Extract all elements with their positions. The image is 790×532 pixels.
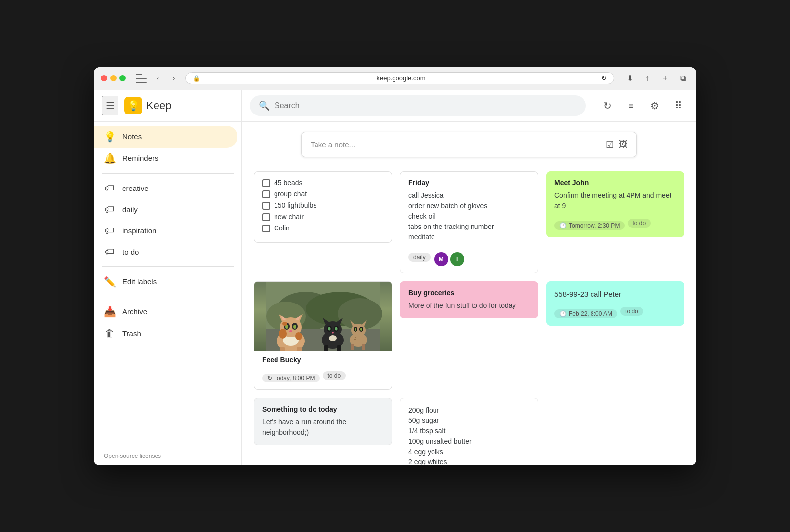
nav-buttons: ‹ ›	[152, 72, 180, 85]
list-item: group chat	[262, 190, 384, 198]
sidebar-item-archive[interactable]: 📥 Archive	[94, 301, 237, 323]
checklist: 45 beads group chat 150 lightbulbs	[262, 179, 384, 232]
sidebar-item-daily[interactable]: 🏷 daily	[94, 199, 237, 220]
checkbox[interactable]	[262, 213, 270, 221]
note-card-recipe[interactable]: 200g flour 50g sugar 1/4 tbsp salt 100g …	[400, 398, 538, 465]
checkbox[interactable]	[262, 202, 270, 210]
close-button[interactable]	[101, 75, 107, 81]
reminder-text: Feb 22, 8:00 AM	[569, 310, 612, 317]
reminder-tag[interactable]: 🕐 Feb 22, 8:00 AM	[554, 309, 617, 318]
new-tab-icon[interactable]: +	[659, 72, 672, 85]
note-title: Feed Bucky	[262, 356, 384, 364]
svg-point-21	[295, 332, 302, 340]
svg-point-33	[332, 332, 334, 333]
minimize-button[interactable]	[110, 75, 117, 81]
item-text: 150 lightbulbs	[274, 201, 316, 209]
checkbox-icon[interactable]: ☑	[606, 139, 614, 150]
search-icon: 🔍	[259, 100, 270, 111]
item-text: 45 beads	[274, 179, 303, 187]
note-card-friday[interactable]: Friday call Jessica order new batch of g…	[400, 171, 538, 273]
logo-text: Keep	[146, 99, 171, 112]
svg-rect-8	[297, 347, 302, 351]
url-text: keep.google.com	[203, 75, 598, 82]
traffic-lights	[101, 75, 126, 81]
sidebar-item-todo[interactable]: 🏷 to do	[94, 241, 237, 263]
list-view-button[interactable]: ≡	[621, 96, 641, 115]
note-input-area[interactable]: Take a note... ☑ 🖼	[301, 132, 637, 157]
browser-window: ‹ › 🔒 keep.google.com ↻ ⬇ ↑ + ⧉ ☰ 💡 Keep	[94, 67, 696, 465]
sidebar-item-inspiration[interactable]: 🏷 inspiration	[94, 220, 237, 241]
note-title: Something to do today	[262, 405, 384, 413]
archive-icon: 📥	[104, 306, 116, 318]
sidebar-toggle-button[interactable]	[136, 74, 147, 83]
note-card-something[interactable]: Something to do today Let's have a run a…	[254, 398, 392, 445]
svg-point-22	[282, 322, 287, 326]
logo-icon: 💡	[124, 97, 142, 114]
note-card-meet-john[interactable]: Meet John Confirm the meeting at 4PM and…	[546, 171, 684, 237]
note-tag-todo[interactable]: to do	[628, 219, 651, 228]
maximize-button[interactable]	[119, 75, 126, 81]
share-icon[interactable]: ↑	[641, 72, 654, 85]
header-actions: ↻ ≡ ⚙ ⠿	[597, 96, 688, 115]
checkbox[interactable]	[262, 225, 270, 232]
reminder-tag[interactable]: ↻ Today, 8:00 PM	[262, 374, 320, 382]
tabs-icon[interactable]: ⧉	[676, 72, 689, 85]
refresh-icon[interactable]: ↻	[601, 75, 607, 82]
list-item: 45 beads	[262, 179, 384, 187]
sidebar-item-edit-labels[interactable]: ✏️ Edit labels	[94, 271, 237, 293]
svg-point-44	[360, 328, 362, 331]
menu-button[interactable]: ☰	[102, 96, 118, 115]
sidebar-item-reminders[interactable]: 🔔 Reminders	[94, 148, 237, 169]
sidebar-item-trash[interactable]: 🗑 Trash	[94, 323, 237, 344]
note-card-groceries[interactable]: Buy groceries More of the fun stuff to d…	[400, 281, 538, 318]
note-card-peter[interactable]: 558-99-23 call Peter 🕐 Feb 22, 8:00 AM t…	[546, 281, 684, 326]
sidebar-item-creative[interactable]: 🏷 creative	[94, 178, 237, 199]
sidebar-item-notes[interactable]: 💡 Notes	[94, 126, 237, 148]
note-body: 558-99-23 call Peter	[554, 289, 676, 300]
lock-icon: 🔒	[193, 75, 200, 82]
lightbulb-icon: 💡	[104, 131, 116, 143]
label-icon-todo: 🏷	[104, 246, 116, 258]
avatar-m: M	[434, 252, 448, 266]
image-icon[interactable]: 🖼	[619, 139, 628, 150]
note-body: 200g flour 50g sugar 1/4 tbsp salt 100g …	[408, 405, 530, 465]
sidebar-item-label: daily	[122, 205, 138, 214]
download-icon[interactable]: ⬇	[623, 72, 636, 85]
checkbox[interactable]	[262, 179, 270, 187]
refresh-button[interactable]: ↻	[597, 96, 617, 115]
note-tag-todo[interactable]: to do	[620, 307, 643, 316]
sidebar-item-label: Notes	[122, 132, 142, 141]
settings-button[interactable]: ⚙	[645, 96, 665, 115]
note-title: Meet John	[554, 179, 676, 187]
search-input[interactable]	[275, 101, 577, 110]
reminder-tag[interactable]: 🕐 Tomorrow, 2:30 PM	[554, 221, 625, 230]
sidebar-item-label: Archive	[122, 307, 147, 316]
sidebar-item-label: Reminders	[122, 154, 158, 162]
search-bar[interactable]: 🔍	[250, 95, 586, 116]
address-bar[interactable]: 🔒 keep.google.com ↻	[185, 72, 614, 84]
label-icon-inspiration: 🏷	[104, 225, 116, 236]
note-card-feed-bucky[interactable]: Feed Bucky ↻ Today, 8:00 PM to do	[254, 281, 392, 390]
sidebar: ☰ 💡 Keep 💡 Notes 🔔 Reminders 🏷	[94, 90, 242, 465]
sidebar-item-label: creative	[122, 184, 149, 192]
item-text: Colin	[274, 224, 290, 232]
note-body: call Jessica order new batch of gloves c…	[408, 190, 530, 242]
label-icon-daily: 🏷	[104, 204, 116, 215]
note-body: Let's have a run around the neighborhood…	[262, 417, 384, 438]
apps-button[interactable]: ⠿	[669, 96, 688, 115]
svg-rect-24	[324, 345, 328, 351]
back-button[interactable]: ‹	[152, 72, 164, 85]
checkbox[interactable]	[262, 190, 270, 198]
clock-icon: 🕐	[559, 222, 567, 229]
note-tag-daily[interactable]: daily	[408, 253, 431, 262]
note-card-checklist[interactable]: 45 beads group chat 150 lightbulbs	[254, 171, 392, 243]
logo-area: 💡 Keep	[124, 97, 171, 114]
label-icon-creative: 🏷	[104, 183, 116, 194]
sidebar-divider-3	[102, 297, 234, 297]
svg-point-32	[335, 327, 338, 330]
forward-button[interactable]: ›	[167, 72, 180, 85]
open-source-text: Open-source licenses	[104, 453, 161, 459]
reminder-text: Today, 8:00 PM	[274, 375, 315, 381]
svg-rect-36	[351, 344, 354, 350]
note-tag-todo[interactable]: to do	[323, 371, 346, 380]
